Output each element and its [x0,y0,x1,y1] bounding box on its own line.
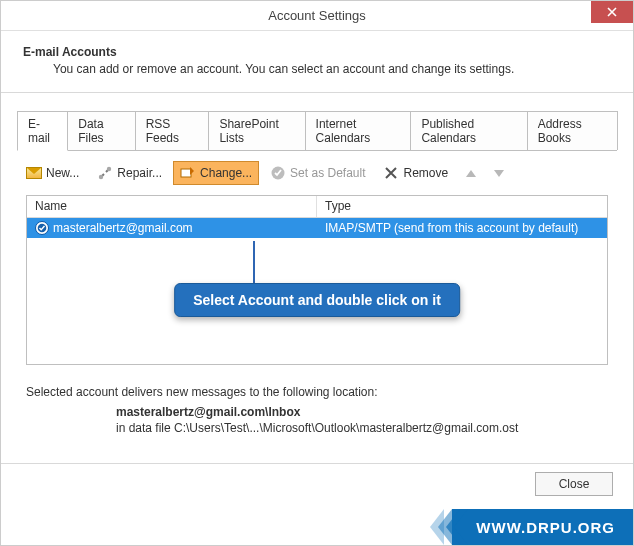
col-name[interactable]: Name [27,196,317,217]
envelope-icon [26,165,42,181]
svg-point-1 [99,175,103,179]
dialog-button-bar: Close [1,463,633,503]
set-default-button: Set as Default [263,161,372,185]
set-default-label: Set as Default [290,166,365,180]
change-label: Change... [200,166,252,180]
new-label: New... [46,166,79,180]
toolbar: New... Repair... Change... Set as Defaul… [17,157,617,189]
tab-rss-feeds[interactable]: RSS Feeds [135,111,210,150]
list-header: Name Type [27,196,607,218]
tab-sharepoint-lists[interactable]: SharePoint Lists [208,111,305,150]
account-list: Name Type masteralbertz@gmail.com IMAP/S… [26,195,608,365]
window-title: Account Settings [268,8,366,23]
header-desc: You can add or remove an account. You ca… [53,62,611,76]
tab-data-files[interactable]: Data Files [67,111,135,150]
callout-tooltip: Select Account and double click on it [174,283,460,317]
default-account-icon [35,221,49,235]
new-button[interactable]: New... [19,161,86,185]
repair-label: Repair... [117,166,162,180]
move-up-button [459,166,483,181]
check-circle-icon [270,165,286,181]
tab-email[interactable]: E-mail [17,111,68,151]
tabs-row: E-mail Data Files RSS Feeds SharePoint L… [17,111,617,151]
svg-point-0 [107,167,111,171]
close-button[interactable]: Close [535,472,613,496]
watermark: WWW.DRPU.ORG [430,509,633,545]
row-name: masteralbertz@gmail.com [53,221,193,235]
titlebar: Account Settings [1,1,633,31]
remove-button[interactable]: Remove [376,161,455,185]
location-info: Selected account delivers new messages t… [26,385,608,435]
row-type: IMAP/SMTP (send from this account by def… [317,219,607,237]
header-title: E-mail Accounts [23,45,611,59]
repair-button[interactable]: Repair... [90,161,169,185]
tab-published-calendars[interactable]: Published Calendars [410,111,527,150]
watermark-chevrons-icon [430,509,462,545]
arrow-down-icon [494,170,504,177]
remove-label: Remove [403,166,448,180]
move-down-button [487,166,511,181]
close-icon [607,7,617,17]
location-path-bold: masteralbertz@gmail.com\Inbox [116,405,608,419]
window-close-button[interactable] [591,1,633,23]
arrow-up-icon [466,170,476,177]
header-section: E-mail Accounts You can add or remove an… [1,31,633,93]
watermark-text: WWW.DRPU.ORG [452,509,633,545]
change-icon [180,165,196,181]
tab-address-books[interactable]: Address Books [527,111,618,150]
location-label: Selected account delivers new messages t… [26,385,608,399]
callout-connector [253,241,255,285]
change-button[interactable]: Change... [173,161,259,185]
col-type[interactable]: Type [317,196,607,217]
repair-icon [97,165,113,181]
table-row[interactable]: masteralbertz@gmail.com IMAP/SMTP (send … [27,218,607,238]
remove-icon [383,165,399,181]
svg-rect-2 [181,169,191,177]
location-path-line2: in data file C:\Users\Test\...\Microsoft… [116,421,608,435]
tab-internet-calendars[interactable]: Internet Calendars [305,111,412,150]
